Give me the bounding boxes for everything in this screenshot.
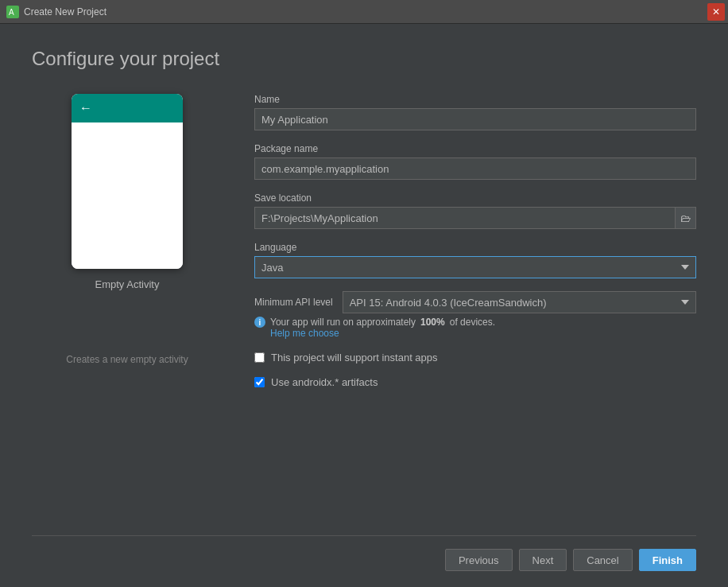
androidx-checkbox[interactable] — [254, 377, 265, 387]
activity-label: Empty Activity — [95, 278, 160, 290]
instant-apps-row: This project will support instant apps — [254, 352, 696, 363]
save-location-row: 🗁 — [254, 207, 696, 229]
previous-button[interactable]: Previous — [445, 549, 513, 571]
main-content: Configure your project ← Empty Activity … — [0, 24, 728, 587]
api-level-row: Minimum API level API 15: Android 4.0.3 … — [254, 291, 696, 313]
svg-text:A: A — [9, 8, 14, 17]
cancel-button[interactable]: Cancel — [573, 549, 632, 571]
package-name-group: Package name — [254, 143, 696, 180]
package-name-label: Package name — [254, 143, 696, 154]
right-panel: Name Package name Save location 🗁 Langua… — [254, 94, 696, 527]
activity-description: Creates a new empty activity — [66, 354, 188, 365]
name-label: Name — [254, 94, 696, 105]
api-percent: 100% — [420, 317, 445, 328]
help-me-choose-link[interactable]: Help me choose — [270, 328, 696, 339]
browse-folder-button[interactable]: 🗁 — [676, 207, 696, 229]
info-icon: i — [254, 317, 265, 328]
title-bar-text: Create New Project — [24, 6, 106, 17]
app-icon: A — [6, 6, 19, 18]
api-info-text-1: Your app will run on approximately — [270, 317, 416, 328]
androidx-label: Use androidx.* artifacts — [271, 376, 378, 388]
instant-apps-label: This project will support instant apps — [271, 352, 438, 363]
bottom-bar: Previous Next Cancel Finish — [32, 535, 696, 571]
androidx-row: Use androidx.* artifacts — [254, 376, 696, 388]
min-api-label: Minimum API level — [254, 297, 333, 308]
api-info-text-2: of devices. — [450, 317, 495, 328]
close-button[interactable]: ✕ — [707, 3, 725, 21]
page-title: Configure your project — [32, 48, 696, 70]
title-bar: A Create New Project ✕ — [0, 0, 728, 24]
min-api-select[interactable]: API 15: Android 4.0.3 (IceCreamSandwich)… — [343, 291, 696, 313]
name-input[interactable] — [254, 108, 696, 130]
back-arrow-icon: ← — [79, 101, 92, 115]
language-select[interactable]: Java Kotlin — [254, 256, 696, 278]
save-location-group: Save location 🗁 — [254, 192, 696, 229]
language-group: Language Java Kotlin — [254, 242, 696, 278]
instant-apps-checkbox[interactable] — [254, 352, 265, 363]
name-group: Name — [254, 94, 696, 130]
save-location-label: Save location — [254, 192, 696, 204]
api-info-section: i Your app will run on approximately 100… — [254, 323, 696, 339]
save-location-input[interactable] — [254, 207, 676, 229]
finish-button[interactable]: Finish — [639, 549, 696, 571]
phone-body — [72, 122, 183, 269]
api-info-row: i Your app will run on approximately 100… — [254, 317, 696, 328]
left-panel: ← Empty Activity Creates a new empty act… — [32, 94, 223, 527]
phone-header: ← — [72, 94, 183, 122]
next-button[interactable]: Next — [519, 549, 567, 571]
language-label: Language — [254, 242, 696, 253]
phone-preview: ← — [72, 94, 183, 269]
content-area: ← Empty Activity Creates a new empty act… — [32, 94, 696, 527]
package-name-input[interactable] — [254, 157, 696, 180]
